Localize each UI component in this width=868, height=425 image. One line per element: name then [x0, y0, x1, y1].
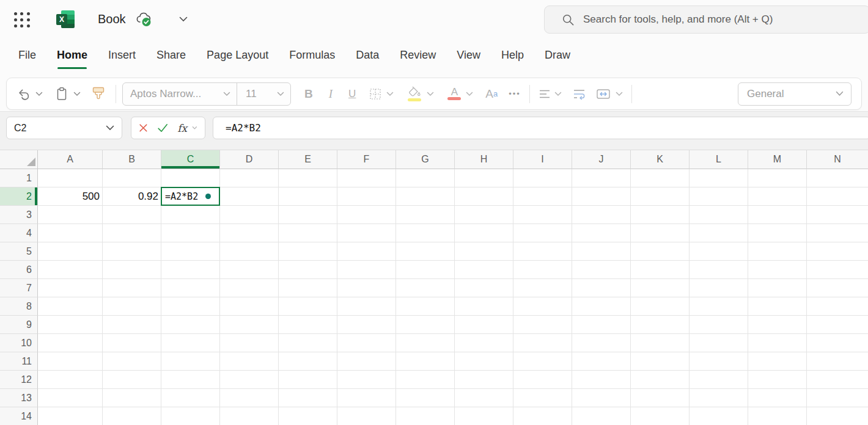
more-options-button[interactable]: •••	[509, 89, 521, 98]
paste-button[interactable]	[54, 86, 69, 102]
cell-M6[interactable]	[748, 261, 807, 279]
cell-I1[interactable]	[513, 169, 572, 187]
cell-L8[interactable]	[690, 297, 748, 316]
cell-B11[interactable]	[103, 352, 161, 371]
cancel-icon[interactable]	[139, 123, 148, 133]
cell-K3[interactable]	[631, 206, 690, 224]
cell-H12[interactable]	[455, 371, 513, 389]
row-header-10[interactable]: 10	[0, 334, 38, 352]
column-header-C[interactable]: C	[161, 150, 220, 169]
cell-G9[interactable]	[396, 316, 455, 334]
cell-C9[interactable]	[161, 316, 220, 334]
menu-item-draw[interactable]: Draw	[545, 38, 570, 72]
cell-B2[interactable]: 0.92	[103, 187, 161, 206]
cell-F3[interactable]	[337, 206, 396, 224]
menu-item-formulas[interactable]: Formulas	[289, 38, 335, 72]
cell-L9[interactable]	[690, 316, 748, 334]
insert-function-button[interactable]: fx	[177, 122, 187, 134]
fill-color-chevron-down-icon[interactable]	[427, 92, 434, 96]
cell-H9[interactable]	[455, 316, 513, 334]
cell-A5[interactable]	[38, 242, 103, 261]
cell-M1[interactable]	[748, 169, 807, 187]
borders-chevron-down-icon[interactable]	[386, 92, 394, 96]
cell-A14[interactable]	[38, 407, 103, 425]
cell-J1[interactable]	[572, 169, 631, 187]
cell-L14[interactable]	[690, 407, 748, 425]
column-header-M[interactable]: M	[748, 150, 807, 169]
menu-item-file[interactable]: File	[18, 38, 36, 72]
cell-G11[interactable]	[396, 352, 455, 371]
cell-I6[interactable]	[513, 261, 572, 279]
cell-J2[interactable]	[572, 187, 631, 206]
cell-N3[interactable]	[807, 206, 868, 224]
cell-B13[interactable]	[103, 389, 161, 407]
cell-D7[interactable]	[220, 279, 279, 297]
cell-G3[interactable]	[396, 206, 455, 224]
column-header-E[interactable]: E	[279, 150, 337, 169]
name-box[interactable]: C2	[6, 117, 122, 139]
cell-K4[interactable]	[631, 224, 690, 242]
wrap-text-button[interactable]	[573, 88, 586, 100]
cell-M2[interactable]	[748, 187, 807, 206]
cell-C1[interactable]	[161, 169, 220, 187]
cell-B1[interactable]	[103, 169, 161, 187]
cell-K2[interactable]	[631, 187, 690, 206]
cell-G2[interactable]	[396, 187, 455, 206]
cell-F1[interactable]	[337, 169, 396, 187]
cell-I9[interactable]	[513, 316, 572, 334]
cell-E7[interactable]	[279, 279, 337, 297]
cell-I7[interactable]	[513, 279, 572, 297]
cell-K11[interactable]	[631, 352, 690, 371]
cell-D4[interactable]	[220, 224, 279, 242]
formula-input[interactable]: =A2*B2	[213, 117, 868, 139]
cell-A11[interactable]	[38, 352, 103, 371]
cell-C5[interactable]	[161, 242, 220, 261]
merge-chevron-down-icon[interactable]	[616, 92, 623, 96]
cell-N13[interactable]	[807, 389, 868, 407]
cell-A9[interactable]	[38, 316, 103, 334]
row-header-4[interactable]: 4	[0, 224, 38, 242]
cell-C8[interactable]	[161, 297, 220, 316]
cell-K7[interactable]	[631, 279, 690, 297]
cell-I13[interactable]	[513, 389, 572, 407]
cell-C4[interactable]	[161, 224, 220, 242]
undo-button[interactable]	[17, 87, 31, 101]
cell-L6[interactable]	[690, 261, 748, 279]
cell-I11[interactable]	[513, 352, 572, 371]
cell-E13[interactable]	[279, 389, 337, 407]
cell-G7[interactable]	[396, 279, 455, 297]
cell-I8[interactable]	[513, 297, 572, 316]
cell-G5[interactable]	[396, 242, 455, 261]
cell-I12[interactable]	[513, 371, 572, 389]
cell-B7[interactable]	[103, 279, 161, 297]
cell-J13[interactable]	[572, 389, 631, 407]
fill-color-button[interactable]	[407, 87, 422, 101]
cell-C11[interactable]	[161, 352, 220, 371]
cell-D14[interactable]	[220, 407, 279, 425]
cell-G4[interactable]	[396, 224, 455, 242]
cell-J9[interactable]	[572, 316, 631, 334]
cell-N7[interactable]	[807, 279, 868, 297]
column-header-J[interactable]: J	[572, 150, 631, 169]
cell-J6[interactable]	[572, 261, 631, 279]
cell-J12[interactable]	[572, 371, 631, 389]
cell-B14[interactable]	[103, 407, 161, 425]
row-header-13[interactable]: 13	[0, 389, 38, 407]
cell-G8[interactable]	[396, 297, 455, 316]
cell-F11[interactable]	[337, 352, 396, 371]
cell-J5[interactable]	[572, 242, 631, 261]
merge-cells-button[interactable]	[596, 87, 611, 101]
cell-H10[interactable]	[455, 334, 513, 352]
column-header-K[interactable]: K	[631, 150, 690, 169]
column-header-H[interactable]: H	[455, 150, 513, 169]
row-header-11[interactable]: 11	[0, 352, 38, 371]
cell-G13[interactable]	[396, 389, 455, 407]
cell-D10[interactable]	[220, 334, 279, 352]
row-header-2[interactable]: 2	[0, 187, 38, 206]
cell-K9[interactable]	[631, 316, 690, 334]
cell-D2[interactable]	[220, 187, 279, 206]
cell-F6[interactable]	[337, 261, 396, 279]
enter-check-icon[interactable]	[157, 123, 168, 133]
cell-N6[interactable]	[807, 261, 868, 279]
cell-M8[interactable]	[748, 297, 807, 316]
